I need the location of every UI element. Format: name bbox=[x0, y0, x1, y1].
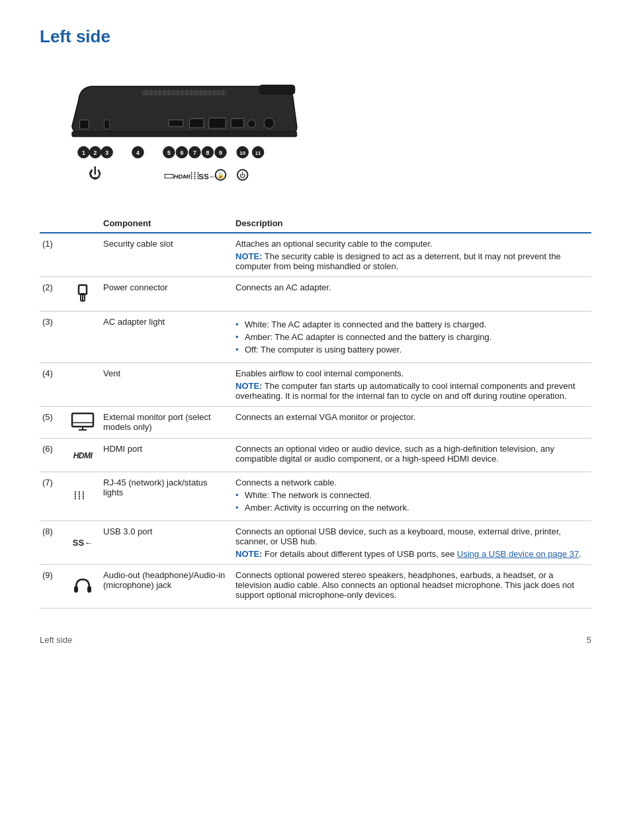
table-row: (5)External monitor port (select models … bbox=[40, 407, 591, 439]
svg-text:1: 1 bbox=[82, 149, 85, 156]
table-row: (3)AC adapter lightWhite: The AC adapter… bbox=[40, 312, 591, 363]
svg-rect-63 bbox=[72, 413, 93, 427]
footer-page: 5 bbox=[587, 635, 591, 645]
svg-text:⁞⁞⁞: ⁞⁞⁞ bbox=[73, 489, 85, 502]
row-component: AC adapter light bbox=[101, 312, 233, 363]
col-component bbox=[40, 214, 67, 233]
bullet-item: Off: The computer is using battery power… bbox=[235, 345, 586, 355]
row-icon: HDMI bbox=[67, 439, 101, 472]
row-description: White: The AC adapter is connected and t… bbox=[233, 312, 591, 363]
row-num: (3) bbox=[40, 312, 67, 363]
row-component: Security cable slot bbox=[101, 233, 233, 277]
svg-text:⏻: ⏻ bbox=[239, 172, 245, 179]
svg-text:🔒: 🔒 bbox=[217, 171, 224, 179]
svg-text:▭: ▭ bbox=[163, 169, 175, 182]
row-icon bbox=[67, 363, 101, 407]
row-num: (2) bbox=[40, 277, 67, 312]
row-description: Enables airflow to cool internal compone… bbox=[233, 363, 591, 407]
svg-text:3: 3 bbox=[105, 149, 108, 156]
page-title: Left side bbox=[40, 26, 591, 47]
row-component: Power connector bbox=[101, 277, 233, 312]
svg-rect-60 bbox=[79, 285, 87, 294]
row-num: (7) bbox=[40, 472, 67, 521]
svg-rect-2 bbox=[142, 90, 226, 95]
note-link[interactable]: Using a USB device on page 37 bbox=[457, 549, 579, 559]
svg-text:SS←: SS← bbox=[198, 172, 216, 181]
row-num: (4) bbox=[40, 363, 67, 407]
svg-rect-23 bbox=[169, 120, 183, 126]
laptop-diagram: 1 2 3 4 5 6 7 8 9 10 11 ⏻ ▭ HDMI ⁞⁞⁞ SS← bbox=[40, 60, 591, 201]
col-component-icon bbox=[67, 214, 101, 233]
svg-point-28 bbox=[264, 118, 274, 128]
row-component: USB 3.0 port bbox=[101, 521, 233, 565]
row-icon: SS← bbox=[67, 521, 101, 565]
svg-rect-0 bbox=[72, 132, 297, 137]
svg-text:HDMI: HDMI bbox=[173, 173, 190, 180]
bullet-item: White: The AC adapter is connected and t… bbox=[235, 319, 586, 329]
svg-text:7: 7 bbox=[193, 149, 196, 156]
bullet-item: White: The network is connected. bbox=[235, 490, 586, 500]
svg-text:5: 5 bbox=[167, 149, 171, 156]
footer: Left side 5 bbox=[40, 635, 591, 645]
row-component: RJ-45 (network) jack/status lights bbox=[101, 472, 233, 521]
svg-text:⏻: ⏻ bbox=[89, 166, 102, 181]
row-description: Connects an external VGA monitor or proj… bbox=[233, 407, 591, 439]
row-component: HDMI port bbox=[101, 439, 233, 472]
table-row: (9)Audio-out (headphone)/Audio-in (micro… bbox=[40, 565, 591, 609]
row-component: Audio-out (headphone)/Audio-in (micropho… bbox=[101, 565, 233, 609]
row-description: Connects a network cable.White: The netw… bbox=[233, 472, 591, 521]
row-num: (1) bbox=[40, 233, 67, 277]
row-num: (9) bbox=[40, 565, 67, 609]
svg-rect-22 bbox=[105, 120, 110, 129]
svg-point-27 bbox=[248, 120, 256, 128]
row-num: (8) bbox=[40, 521, 67, 565]
row-icon bbox=[67, 565, 101, 609]
row-component: Vent bbox=[101, 363, 233, 407]
components-table: Component Description (1)Security cable … bbox=[40, 214, 591, 609]
svg-text:6: 6 bbox=[180, 149, 183, 156]
svg-rect-24 bbox=[190, 118, 204, 128]
table-row: (7)⁞⁞⁞RJ-45 (network) jack/status lights… bbox=[40, 472, 591, 521]
svg-text:4: 4 bbox=[136, 149, 140, 156]
row-icon bbox=[67, 407, 101, 439]
svg-rect-1 bbox=[259, 85, 295, 95]
row-description: Connects an optional USB device, such as… bbox=[233, 521, 591, 565]
table-row: (8)SS←USB 3.0 portConnects an optional U… bbox=[40, 521, 591, 565]
row-num: (5) bbox=[40, 407, 67, 439]
svg-rect-69 bbox=[87, 586, 91, 593]
row-icon bbox=[67, 277, 101, 312]
svg-rect-21 bbox=[80, 120, 89, 129]
row-component: External monitor port (select models onl… bbox=[101, 407, 233, 439]
table-row: (6)HDMIHDMI portConnects an optional vid… bbox=[40, 439, 591, 472]
row-description: Connects optional powered stereo speaker… bbox=[233, 565, 591, 609]
table-row: (1)Security cable slotAttaches an option… bbox=[40, 233, 591, 277]
row-num: (6) bbox=[40, 439, 67, 472]
svg-rect-25 bbox=[209, 118, 226, 128]
row-icon bbox=[67, 233, 101, 277]
table-row: (4)VentEnables airflow to cool internal … bbox=[40, 363, 591, 407]
svg-text:11: 11 bbox=[255, 150, 261, 156]
row-icon: ⁞⁞⁞ bbox=[67, 472, 101, 521]
svg-text:10: 10 bbox=[239, 150, 245, 156]
row-description: Connects an AC adapter. bbox=[233, 277, 591, 312]
row-icon bbox=[67, 312, 101, 363]
table-row: (2)Power connectorConnects an AC adapter… bbox=[40, 277, 591, 312]
row-description: Connects an optional video or audio devi… bbox=[233, 439, 591, 472]
svg-rect-26 bbox=[231, 118, 244, 128]
col-component-label: Component bbox=[101, 214, 233, 233]
svg-rect-68 bbox=[74, 586, 78, 593]
svg-text:9: 9 bbox=[219, 149, 222, 156]
col-description: Description bbox=[233, 214, 591, 233]
row-description: Attaches an optional security cable to t… bbox=[233, 233, 591, 277]
footer-label: Left side bbox=[40, 635, 72, 645]
bullet-item: Amber: Activity is occurring on the netw… bbox=[235, 503, 586, 513]
svg-text:2: 2 bbox=[94, 149, 97, 156]
bullet-item: Amber: The AC adapter is connected and t… bbox=[235, 332, 586, 342]
svg-text:8: 8 bbox=[206, 149, 210, 156]
